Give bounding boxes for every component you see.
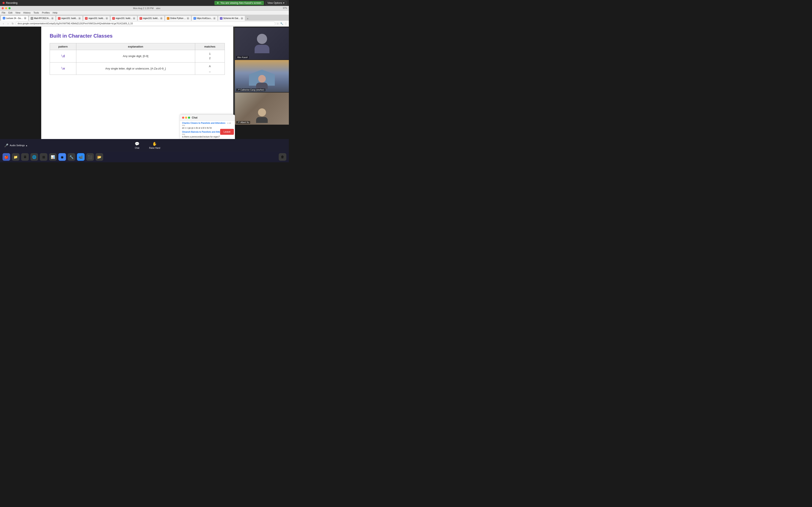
taskbar: 🍎 📁 🖥 🌐 ⊞ 📊 ◉ 🔧 📹 ⬛ 📂 🗑	[0, 152, 289, 162]
tab-cs61a[interactable]: C https://cs61a.o... ×	[192, 16, 217, 21]
muted-icon: 🎤	[237, 121, 240, 124]
menu-icon[interactable]: ⋮	[285, 22, 287, 25]
tab-close-button[interactable]: ×	[78, 17, 81, 20]
taskbar-activity-icon[interactable]: 📊	[49, 153, 57, 161]
tab-regex2[interactable]: R regex101: build... ×	[83, 16, 110, 21]
tab-scheme[interactable]: S Scheme Art Gal... ×	[218, 16, 245, 21]
person-head	[258, 75, 266, 82]
tab-python[interactable]: P Online Python ... ×	[165, 16, 191, 21]
taskbar-zoom-icon[interactable]: 📹	[77, 153, 85, 161]
tab-bar: G Lecture 24 - Goo... × M Mail-RFC822:A.…	[0, 15, 289, 21]
chat-window-controls	[182, 117, 190, 119]
tab-favicon: C	[194, 17, 196, 20]
recording-label: Recording	[6, 1, 17, 4]
audio-settings[interactable]: 🎤 Audio Settings ▴	[4, 144, 27, 148]
menu-view[interactable]: View	[15, 11, 20, 14]
title-bar-title: Mon Aug 2 1:20 PM alex	[12, 7, 282, 9]
menu-profiles[interactable]: Profiles	[42, 11, 50, 14]
menu-edit[interactable]: Edit	[8, 11, 12, 14]
zoom-top-bar: Recording You are viewing Alex Kassil's …	[0, 0, 289, 6]
taskbar-tools-icon[interactable]: 🔧	[68, 153, 75, 161]
chat-minimize-button[interactable]	[185, 117, 187, 119]
tab-favicon: R	[140, 17, 142, 20]
tab-lecture24[interactable]: G Lecture 24 - Goo... ×	[1, 16, 28, 21]
minimize-button[interactable]	[5, 7, 7, 9]
star-icon[interactable]: ☆	[276, 22, 279, 25]
chevron-down-icon: ▾	[283, 1, 285, 4]
chat-message-1: Charles Clowes to Panelists and Attendee…	[182, 122, 233, 129]
chat-panel: Chat Charles Clowes to Panelists and Att…	[180, 115, 235, 139]
chat-icon: 💬	[135, 142, 139, 146]
avatar-body	[255, 45, 269, 53]
macos-title-bar: Mon Aug 2 1:20 PM alex 97%	[0, 6, 289, 11]
menu-file[interactable]: File	[2, 11, 5, 14]
taskbar-trash-icon[interactable]: 🗑	[279, 153, 286, 161]
hand-icon: ✋	[152, 142, 157, 146]
tab-close-button[interactable]: ×	[24, 17, 27, 19]
recording-indicator: Recording	[3, 1, 17, 4]
tab-favicon: R	[58, 17, 60, 20]
video-label-catherine: 🎤 Catherine Cang (she/her)	[236, 89, 265, 91]
menu-history[interactable]: History	[23, 11, 31, 14]
tab-favicon: P	[167, 17, 169, 20]
tab-close-button[interactable]: ×	[133, 17, 135, 20]
taskbar-terminal-icon[interactable]: ⬛	[86, 153, 94, 161]
chat-button[interactable]: 💬 Chat	[133, 141, 141, 150]
notice-dot	[217, 2, 219, 4]
chat-header: Chat	[180, 115, 235, 121]
tab-mail[interactable]: M Mail-RFC822:A... ×	[29, 16, 56, 21]
forward-button[interactable]: ›	[6, 22, 10, 25]
view-options-button[interactable]: View Options ▾	[266, 1, 286, 5]
alex-avatar	[255, 34, 269, 53]
raise-hand-button[interactable]: ✋ Raise Hand	[147, 141, 162, 150]
slide-title: Built in Character Classes	[50, 33, 225, 39]
albert-scene	[235, 93, 289, 125]
person-foreground	[238, 75, 286, 89]
menu-help[interactable]: Help	[53, 11, 57, 14]
maximize-button[interactable]	[8, 7, 11, 9]
person-body	[256, 82, 268, 89]
menu-tools[interactable]: Tools	[34, 11, 39, 14]
taskbar-finder-icon[interactable]: 🍎	[3, 153, 10, 161]
tab-close-button[interactable]: ×	[160, 17, 163, 20]
avatar-head	[257, 34, 267, 44]
chat-sender-1: Charles Clowes to Panelists and Attendee…	[182, 122, 225, 124]
tab-close-button[interactable]: ×	[51, 17, 54, 20]
tab-regex1[interactable]: R regex101: build... ×	[56, 16, 83, 21]
table-row: \w Any single letter, digit or underscor…	[50, 62, 225, 75]
taskbar-launchpad-icon[interactable]: ⊞	[40, 153, 47, 161]
url-input[interactable]	[16, 21, 275, 26]
tab-favicon: M	[31, 17, 33, 20]
back-button[interactable]: ‹	[2, 22, 5, 25]
chat-text-2: is there a prerecorded lecture for regex…	[182, 135, 233, 138]
tab-regex4[interactable]: R regex101: build... ×	[138, 16, 164, 21]
tab-close-button[interactable]: ×	[241, 17, 243, 20]
chat-expand-button[interactable]	[188, 117, 190, 119]
chat-close-button[interactable]	[182, 117, 184, 119]
chevron-up-icon: ▴	[26, 144, 27, 147]
table-row: \d Any single digit, [0-9] 1 2	[50, 50, 225, 62]
explanation-cell-2: Any single letter, digit or underscore, …	[76, 62, 195, 75]
tab-favicon: G	[3, 17, 5, 19]
col-header-matches: matches	[195, 43, 224, 50]
tab-close-button[interactable]: ×	[213, 17, 216, 20]
taskbar-network-icon[interactable]: 🌐	[31, 153, 38, 161]
video-panel: Alex Kassil 🎤 Catherine Cang (she/her)	[235, 26, 289, 139]
taskbar-monitor-icon[interactable]: 🖥	[21, 153, 29, 161]
taskbar-fileshare-icon[interactable]: 📂	[96, 153, 103, 161]
tab-regex3[interactable]: R regex101: build... ×	[110, 16, 137, 21]
close-button[interactable]	[2, 7, 4, 9]
tab-close-button[interactable]: ×	[187, 17, 189, 20]
new-tab-button[interactable]: +	[246, 16, 250, 21]
video-label-albert: 🎤 Albert Xu	[236, 121, 250, 124]
reload-button[interactable]: ↻	[11, 22, 14, 25]
taskbar-files-icon[interactable]: 📁	[12, 153, 19, 161]
chat-title: Chat	[192, 116, 198, 119]
matches-cell-2: A _	[195, 62, 224, 75]
tab-close-button[interactable]: ×	[105, 17, 108, 20]
taskbar-chrome-icon[interactable]: ◉	[58, 153, 66, 161]
main-area: Built in Character Classes pattern expla…	[0, 26, 289, 139]
video-tile-alex: Alex Kassil	[235, 27, 289, 60]
leave-button[interactable]: Leave	[220, 129, 234, 135]
extension-icon[interactable]: 🔧	[280, 22, 283, 25]
